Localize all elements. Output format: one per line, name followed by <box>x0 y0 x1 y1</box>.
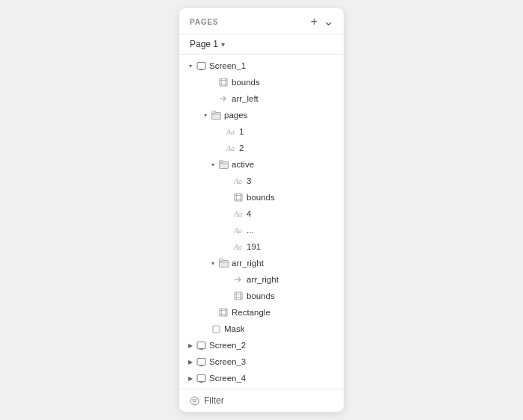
svg-text:Aa: Aa <box>233 226 242 235</box>
svg-text:Aa: Aa <box>226 128 235 136</box>
node-label: Screen_2 <box>209 341 246 350</box>
toggle-icon[interactable] <box>223 209 233 219</box>
tree-node-rectangle[interactable]: Rectangle <box>179 304 344 321</box>
toggle-icon[interactable] <box>208 93 218 104</box>
node-label: pages <box>224 111 247 120</box>
filter-label: Filter <box>204 395 224 406</box>
tree-node-active[interactable]: ▾ active <box>179 156 344 173</box>
tree-node-text3[interactable]: Aa 3 <box>179 173 344 189</box>
tree-node-screen4[interactable]: ▶ Screen_4 <box>179 370 344 386</box>
filter-icon <box>190 396 199 406</box>
toggle-icon[interactable] <box>215 143 226 153</box>
tree-node-bounds2[interactable]: bounds <box>179 189 344 206</box>
node-label: Screen_3 <box>209 357 246 366</box>
frame-icon <box>218 77 229 87</box>
svg-text:Aa: Aa <box>233 210 242 218</box>
svg-rect-44 <box>197 374 205 381</box>
tree-node-text191[interactable]: Aa 191 <box>179 238 344 255</box>
node-label: arr_right <box>232 259 264 268</box>
node-label: arr_right <box>247 275 279 284</box>
text-icon: Aa <box>233 225 244 235</box>
add-page-button[interactable]: + <box>311 16 318 28</box>
node-label: 3 <box>247 176 251 185</box>
frame-icon <box>196 340 206 350</box>
tree-node-screen2[interactable]: ▶ Screen_2 <box>179 337 344 353</box>
toggle-icon[interactable]: ▾ <box>200 110 211 120</box>
svg-rect-14 <box>219 161 223 163</box>
tree-node-bounds3[interactable]: bounds <box>179 288 344 304</box>
toggle-icon[interactable] <box>223 192 233 203</box>
toggle-icon[interactable] <box>200 324 211 334</box>
svg-rect-27 <box>235 292 242 300</box>
node-label: arr_left <box>232 94 259 103</box>
frame_small-icon <box>211 324 221 334</box>
node-label: Screen_1 <box>209 61 246 70</box>
toggle-icon[interactable] <box>223 291 233 301</box>
group-icon <box>218 258 229 268</box>
node-label: 191 <box>247 242 261 251</box>
svg-rect-41 <box>197 358 205 365</box>
toggle-icon[interactable]: ▶ <box>185 373 196 383</box>
filter-bar[interactable]: Filter <box>179 389 344 412</box>
panel-title: PAGES <box>190 18 218 26</box>
node-label: 4 <box>247 209 251 218</box>
svg-rect-0 <box>197 62 205 69</box>
tree-node-pages[interactable]: ▾ pages <box>179 107 344 123</box>
node-label: 1 <box>239 127 244 136</box>
tree-node-bounds1[interactable]: bounds <box>179 74 344 90</box>
text-icon: Aa <box>233 241 244 252</box>
tree-node-arr_right_group[interactable]: ▾ arr_right <box>179 255 344 271</box>
node-label: 2 <box>239 143 244 152</box>
svg-rect-16 <box>235 194 242 201</box>
text-icon: Aa <box>233 176 244 186</box>
tree-node-arr_right_sym[interactable]: arr_right <box>179 271 344 288</box>
toggle-icon[interactable] <box>208 307 218 318</box>
tree-node-text1[interactable]: Aa 1 <box>179 123 344 140</box>
symbol-icon <box>218 93 229 104</box>
header-actions: + ⌄ <box>311 16 333 28</box>
layer-tree: ▾ Screen_1 bounds arr_left ▾ pages <box>179 55 344 389</box>
frame-icon <box>233 192 244 203</box>
svg-rect-32 <box>220 309 227 316</box>
frame-icon <box>233 291 244 301</box>
tree-node-screen1[interactable]: ▾ Screen_1 <box>179 58 344 74</box>
frame-icon <box>196 373 206 383</box>
text-icon: Aa <box>233 209 244 219</box>
toggle-icon[interactable] <box>215 126 226 137</box>
node-label: ... <box>247 226 254 235</box>
toggle-icon[interactable] <box>223 274 233 285</box>
node-label: Rectangle <box>232 308 270 317</box>
page-selector[interactable]: Page 1 ▾ <box>179 34 344 55</box>
toggle-icon[interactable] <box>208 77 218 87</box>
toggle-icon[interactable]: ▶ <box>185 340 196 350</box>
symbol-icon <box>233 274 244 285</box>
toggle-icon[interactable] <box>223 176 233 186</box>
node-label: Screen_4 <box>209 374 246 383</box>
tree-node-text2[interactable]: Aa 2 <box>179 140 344 156</box>
toggle-icon[interactable] <box>223 241 233 252</box>
tree-node-mask[interactable]: Mask <box>179 321 344 337</box>
frame-icon <box>196 356 206 367</box>
tree-node-screen3[interactable]: ▶ Screen_3 <box>179 353 344 370</box>
svg-rect-38 <box>197 342 205 348</box>
group-icon <box>218 159 229 170</box>
toggle-icon[interactable]: ▾ <box>208 159 218 170</box>
svg-text:Aa: Aa <box>226 144 235 152</box>
toggle-icon[interactable]: ▶ <box>185 356 196 367</box>
pages-menu-button[interactable]: ⌄ <box>324 16 333 28</box>
toggle-icon[interactable]: ▾ <box>208 258 218 268</box>
node-label: bounds <box>232 78 260 87</box>
text-icon: Aa <box>226 126 236 137</box>
frame-icon <box>196 61 206 71</box>
svg-rect-10 <box>211 111 215 114</box>
tree-node-text4[interactable]: Aa 4 <box>179 206 344 222</box>
toggle-icon[interactable]: ▾ <box>185 61 196 71</box>
panel-header: PAGES + ⌄ <box>179 8 344 34</box>
svg-rect-25 <box>219 259 223 262</box>
toggle-icon[interactable] <box>223 225 233 235</box>
svg-rect-3 <box>220 78 227 86</box>
node-label: bounds <box>247 193 275 202</box>
tree-node-arr_left[interactable]: arr_left <box>179 90 344 107</box>
text-icon: Aa <box>226 143 236 153</box>
tree-node-textdots[interactable]: Aa ... <box>179 222 344 238</box>
